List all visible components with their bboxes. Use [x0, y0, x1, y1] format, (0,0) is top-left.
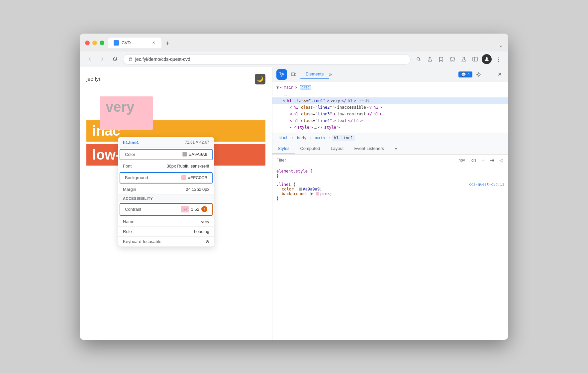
tab-title: CVD: [122, 40, 131, 45]
styles-tab-layout[interactable]: Layout: [325, 143, 349, 154]
styles-content: element.style { } cds-quest-cvd:11 .l: [272, 166, 508, 340]
style-prop-background: background : pink ;: [282, 191, 504, 196]
labs-button[interactable]: [459, 55, 468, 64]
new-tab-button[interactable]: +: [163, 39, 172, 48]
hov-button[interactable]: :hov: [456, 157, 466, 163]
tooltip-font-label: Font: [123, 164, 132, 169]
dom-row-h1-line4[interactable]: <h1 class="line4" > text </h1>: [272, 117, 508, 124]
settings-button[interactable]: [474, 70, 483, 79]
devtools-toolbar: Elements » 💬 4 ⋮: [272, 67, 508, 82]
extensions-button[interactable]: [448, 55, 457, 64]
dom-row-ellipsis[interactable]: ...: [272, 91, 508, 97]
tooltip-margin-row: Margin 24.12px 0px: [118, 185, 214, 194]
more-devtools-button[interactable]: ⋮: [484, 70, 494, 79]
color-dot-pink[interactable]: [316, 192, 319, 195]
styles-tab-overflow[interactable]: »: [389, 143, 402, 154]
bookmark-button[interactable]: [437, 55, 446, 64]
breadcrumb-html[interactable]: html: [276, 135, 290, 141]
tooltip-name-label: Name: [123, 219, 135, 224]
tab-overflow-button[interactable]: »: [329, 69, 332, 79]
styles-filter-input[interactable]: [276, 158, 453, 163]
reload-button[interactable]: [110, 55, 120, 64]
color-dot-gray[interactable]: [299, 187, 302, 191]
dom-tree: ▼ < main > grid ... <h1: [272, 82, 508, 133]
svg-rect-6: [291, 73, 295, 75]
text-very: very: [100, 96, 140, 118]
more-menu-button[interactable]: ⋮: [494, 55, 503, 64]
inspect-element-button[interactable]: [276, 69, 287, 80]
back-button[interactable]: [85, 55, 94, 64]
dom-row-main[interactable]: ▼ < main > grid: [272, 84, 508, 91]
sidebar-button[interactable]: ◁: [498, 157, 504, 164]
site-title: jec.fyi: [86, 76, 100, 82]
tab-close-button[interactable]: ✕: [151, 40, 156, 46]
svg-point-5: [486, 57, 488, 59]
console-badge[interactable]: 💬 4: [458, 71, 472, 77]
badge-count: 4: [467, 72, 470, 77]
styles-tab-styles[interactable]: Styles: [272, 143, 295, 154]
tooltip-background-row: Background #FFC0CB: [120, 173, 212, 183]
dom-row-h1-line1[interactable]: <h1 class="line1" > very </h1> == $0: [272, 97, 508, 104]
tab-elements[interactable]: Elements: [300, 69, 329, 79]
selector-line1: cds-quest-cvd:11 .line1 {: [276, 182, 504, 187]
breadcrumb-body[interactable]: body: [295, 135, 309, 141]
breadcrumb-h1line1[interactable]: h1.line1: [332, 135, 355, 141]
close-button[interactable]: [85, 41, 90, 45]
traffic-lights: [85, 41, 104, 45]
tabs-row: 🌐 CVD ✕ + ⌄: [108, 38, 503, 48]
dark-mode-button[interactable]: 🌙: [255, 74, 265, 84]
breadcrumb-bar: html › body › main › h1.line1: [272, 133, 508, 143]
triangle-right-icon: ▶: [290, 126, 291, 129]
active-tab[interactable]: 🌐 CVD ✕: [108, 38, 161, 48]
tooltip-role-row: Role heading: [118, 227, 214, 237]
contrast-warning-icon: !: [201, 206, 207, 212]
tooltip-font-row: Font 36px Rubik, sans-serif: [118, 161, 214, 171]
tooltip-dimensions: 72.61 × 42.67: [185, 140, 209, 145]
device-toolbar-button[interactable]: [289, 70, 298, 79]
color-swatch-pink: [181, 175, 186, 180]
minimize-button[interactable]: [92, 41, 97, 45]
dom-row-h1-line2[interactable]: <h1 class="line2" > inaccessible </h1>: [272, 104, 508, 111]
cls-button[interactable]: .cls: [469, 157, 478, 163]
selector-element-style: element.style {: [276, 169, 504, 174]
add-style-button[interactable]: +: [480, 157, 486, 164]
forward-icon: [100, 57, 105, 62]
devtools-tabs: Elements »: [300, 69, 456, 79]
styles-section: Styles Computed Layout Event Listeners »…: [272, 143, 508, 340]
triangle-down-icon: ▼: [276, 85, 279, 90]
breadcrumb-main[interactable]: main: [313, 135, 327, 141]
color-swatch-gray: [182, 152, 187, 157]
title-bar-top: 🌐 CVD ✕ + ⌄: [85, 38, 503, 48]
search-button[interactable]: [414, 55, 423, 64]
tooltip-header: h1.line1 72.61 × 42.67: [118, 137, 214, 148]
tooltip-keyboard-label: Keyboard-focusable: [123, 239, 161, 244]
tab-favicon: 🌐: [114, 40, 119, 46]
styles-tab-computed[interactable]: Computed: [295, 143, 325, 154]
forward-button[interactable]: [98, 55, 107, 64]
reload-icon: [112, 57, 118, 62]
svg-rect-4: [473, 57, 477, 61]
style-source-link[interactable]: cds-quest-cvd:11: [469, 182, 504, 186]
sidebar-button[interactable]: [470, 55, 480, 64]
style-body-line1: color : #a9a9a9 ;: [276, 187, 504, 196]
styles-filter-bar: :hov .cls + ⇥ ◁: [272, 155, 508, 166]
dom-row-h1-line3[interactable]: <h1 class="line3" > low-contrast </h1>: [272, 111, 508, 117]
dom-row-style[interactable]: ▶ <style> … </style>: [272, 124, 508, 131]
tooltip-contrast-value: Aa 1.52 !: [181, 206, 207, 212]
address-bar[interactable]: jec.fyi/demo/cds-quest-cvd: [123, 54, 411, 64]
share-button[interactable]: [425, 55, 435, 64]
svg-text:🌐: 🌐: [115, 42, 118, 45]
close-devtools-button[interactable]: ✕: [495, 70, 504, 79]
styles-tab-event-listeners[interactable]: Event Listeners: [349, 143, 389, 154]
nav-actions: ⋮: [414, 54, 503, 64]
toggle-style-button[interactable]: ⇥: [489, 157, 495, 164]
tooltip-keyboard-row: Keyboard-focusable ⊘: [118, 237, 214, 247]
profile-button[interactable]: [482, 54, 492, 64]
tab-overflow-button[interactable]: ⌄: [499, 42, 503, 48]
expand-triangle-icon[interactable]: [311, 192, 313, 195]
tooltip-role-value: heading: [194, 229, 209, 234]
svg-rect-2: [129, 59, 132, 61]
maximize-button[interactable]: [100, 41, 104, 45]
gear-icon: [476, 72, 481, 77]
styles-tabs: Styles Computed Layout Event Listeners »: [272, 143, 508, 155]
